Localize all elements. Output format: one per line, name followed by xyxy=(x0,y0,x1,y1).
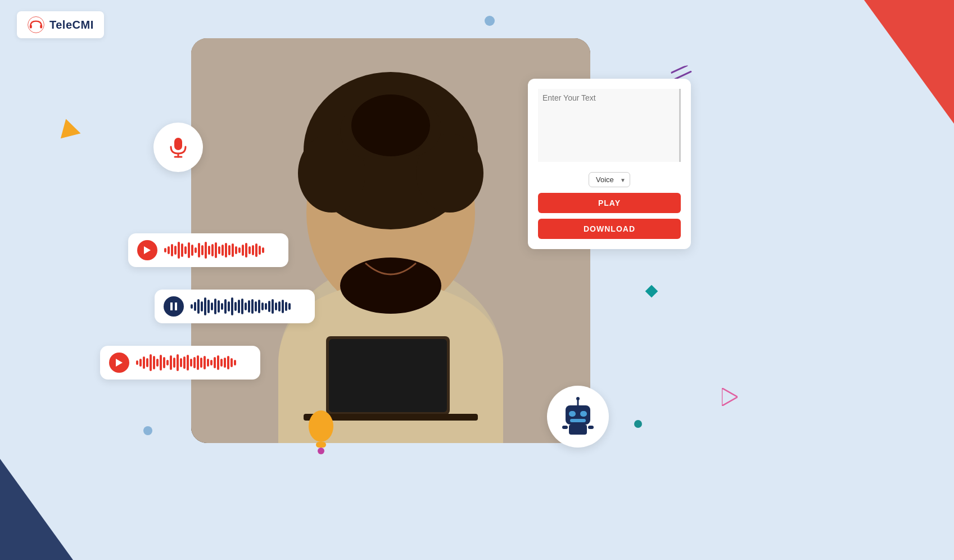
red-triangle-decoration xyxy=(864,0,954,124)
svg-point-17 xyxy=(351,94,430,156)
teal-dot-decoration xyxy=(634,420,642,428)
download-button[interactable]: DOWNLOAD xyxy=(538,219,681,239)
teal-diamond-decoration xyxy=(645,285,658,298)
tts-controls: Voice PLAY DOWNLOAD xyxy=(538,172,681,239)
play-button-3[interactable] xyxy=(109,353,129,373)
robot-icon-circle xyxy=(547,386,609,448)
svg-line-0 xyxy=(670,66,688,73)
svg-marker-28 xyxy=(116,359,123,367)
waveform-3 xyxy=(136,351,236,374)
logo: TeleCMI xyxy=(17,11,104,38)
svg-rect-26 xyxy=(170,302,173,310)
svg-rect-27 xyxy=(175,302,177,310)
pause-icon-2 xyxy=(170,302,177,310)
waveform-2 xyxy=(191,295,291,318)
svg-rect-32 xyxy=(569,411,576,417)
pink-arrow-decoration xyxy=(722,388,738,408)
logo-text: TeleCMI xyxy=(49,19,94,31)
audio-card-3 xyxy=(100,346,260,380)
svg-rect-7 xyxy=(30,25,32,28)
orange-arrow-decoration xyxy=(61,119,83,143)
robot-icon xyxy=(558,396,598,437)
play-button-1[interactable] xyxy=(137,240,157,260)
svg-point-3 xyxy=(309,410,333,442)
blue-dot-decoration xyxy=(485,16,495,26)
pause-button-2[interactable] xyxy=(164,296,184,317)
audio-card-2 xyxy=(155,290,315,323)
svg-rect-8 xyxy=(40,25,42,28)
voice-dropdown[interactable]: Voice xyxy=(589,172,630,187)
svg-rect-22 xyxy=(174,138,182,150)
navy-triangle-decoration xyxy=(0,459,73,560)
microphone-icon xyxy=(166,136,190,159)
svg-marker-25 xyxy=(144,246,151,254)
text-to-speech-card: Voice PLAY DOWNLOAD xyxy=(528,79,691,249)
small-blue-dot-decoration xyxy=(143,426,152,435)
svg-line-1 xyxy=(674,71,691,79)
svg-point-30 xyxy=(576,397,580,400)
microphone-button[interactable] xyxy=(153,123,203,172)
audio-card-1 xyxy=(128,233,288,267)
text-input[interactable] xyxy=(538,89,681,162)
svg-rect-36 xyxy=(562,426,568,429)
svg-rect-34 xyxy=(570,419,586,422)
play-icon-1 xyxy=(144,246,151,254)
svg-rect-35 xyxy=(569,424,587,435)
logo-icon xyxy=(27,16,45,34)
orange-bell-decoration xyxy=(306,409,337,450)
svg-rect-37 xyxy=(588,426,594,429)
waveform-1 xyxy=(164,239,264,261)
voice-select-wrapper: Voice xyxy=(589,172,630,187)
play-button[interactable]: PLAY xyxy=(538,193,681,213)
svg-rect-19 xyxy=(329,339,447,412)
svg-marker-2 xyxy=(722,388,738,406)
svg-point-21 xyxy=(340,258,441,314)
play-icon-3 xyxy=(116,359,123,367)
svg-rect-33 xyxy=(580,411,587,417)
